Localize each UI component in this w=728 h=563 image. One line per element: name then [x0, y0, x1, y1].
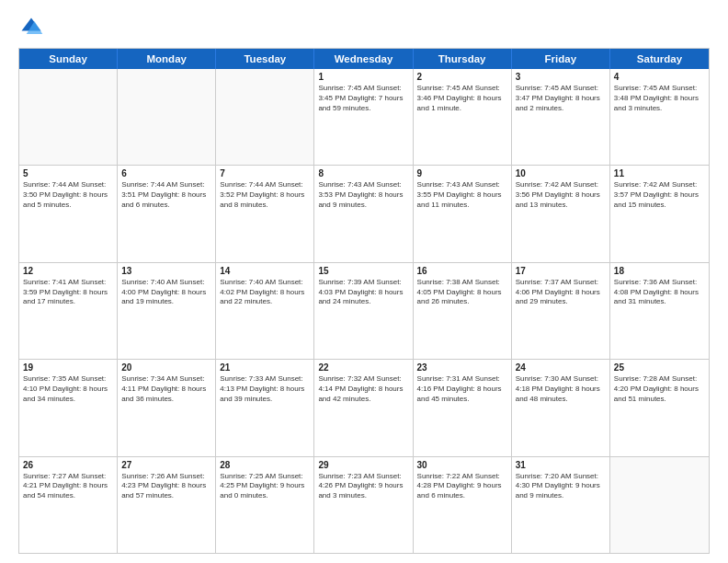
calendar-header-tuesday: Tuesday	[216, 49, 314, 69]
cell-content: Sunrise: 7:43 AM Sunset: 3:55 PM Dayligh…	[417, 180, 507, 210]
header	[18, 15, 710, 40]
calendar-cell: 30Sunrise: 7:22 AM Sunset: 4:28 PM Dayli…	[414, 457, 512, 553]
day-number: 23	[417, 362, 507, 373]
calendar-cell	[118, 69, 216, 165]
calendar-cell: 17Sunrise: 7:37 AM Sunset: 4:06 PM Dayli…	[512, 263, 610, 359]
calendar-cell: 23Sunrise: 7:31 AM Sunset: 4:16 PM Dayli…	[414, 360, 512, 455]
day-number: 17	[516, 266, 606, 276]
day-number: 12	[23, 266, 113, 276]
day-number: 28	[220, 460, 310, 470]
cell-content: Sunrise: 7:22 AM Sunset: 4:28 PM Dayligh…	[417, 472, 507, 501]
cell-content: Sunrise: 7:20 AM Sunset: 4:30 PM Dayligh…	[516, 472, 606, 501]
cell-content: Sunrise: 7:28 AM Sunset: 4:20 PM Dayligh…	[614, 374, 705, 404]
cell-content: Sunrise: 7:32 AM Sunset: 4:14 PM Dayligh…	[318, 374, 408, 404]
day-number: 20	[121, 362, 211, 373]
calendar-week-1: 1Sunrise: 7:45 AM Sunset: 3:45 PM Daylig…	[19, 69, 709, 166]
calendar-cell: 4Sunrise: 7:45 AM Sunset: 3:48 PM Daylig…	[610, 69, 709, 165]
day-number: 1	[318, 72, 408, 82]
cell-content: Sunrise: 7:43 AM Sunset: 3:53 PM Dayligh…	[318, 180, 408, 210]
day-number: 2	[417, 72, 507, 82]
cell-content: Sunrise: 7:44 AM Sunset: 3:52 PM Dayligh…	[220, 180, 310, 210]
calendar-header: SundayMondayTuesdayWednesdayThursdayFrid…	[19, 49, 709, 69]
calendar-cell: 20Sunrise: 7:34 AM Sunset: 4:11 PM Dayli…	[118, 360, 216, 455]
calendar-cell	[216, 69, 314, 165]
logo-icon	[18, 15, 44, 40]
calendar-cell: 28Sunrise: 7:25 AM Sunset: 4:25 PM Dayli…	[216, 457, 314, 553]
day-number: 22	[318, 362, 408, 373]
calendar-week-5: 26Sunrise: 7:27 AM Sunset: 4:21 PM Dayli…	[19, 457, 709, 553]
day-number: 6	[121, 168, 211, 178]
calendar-cell: 21Sunrise: 7:33 AM Sunset: 4:13 PM Dayli…	[216, 360, 314, 455]
day-number: 27	[121, 460, 211, 470]
calendar-header-saturday: Saturday	[610, 49, 709, 69]
day-number: 11	[614, 168, 705, 178]
calendar-cell: 5Sunrise: 7:44 AM Sunset: 3:50 PM Daylig…	[19, 166, 118, 261]
cell-content: Sunrise: 7:31 AM Sunset: 4:16 PM Dayligh…	[417, 374, 507, 404]
calendar-header-monday: Monday	[118, 49, 216, 69]
cell-content: Sunrise: 7:37 AM Sunset: 4:06 PM Dayligh…	[516, 278, 606, 307]
cell-content: Sunrise: 7:45 AM Sunset: 3:48 PM Dayligh…	[614, 84, 705, 113]
calendar-cell: 19Sunrise: 7:35 AM Sunset: 4:10 PM Dayli…	[19, 360, 118, 455]
day-number: 29	[318, 460, 408, 470]
cell-content: Sunrise: 7:26 AM Sunset: 4:23 PM Dayligh…	[121, 472, 211, 501]
cell-content: Sunrise: 7:45 AM Sunset: 3:47 PM Dayligh…	[516, 84, 606, 113]
cell-content: Sunrise: 7:45 AM Sunset: 3:46 PM Dayligh…	[417, 84, 507, 113]
cell-content: Sunrise: 7:40 AM Sunset: 4:00 PM Dayligh…	[121, 278, 211, 307]
day-number: 14	[220, 266, 310, 276]
day-number: 26	[23, 460, 113, 470]
day-number: 7	[220, 168, 310, 178]
day-number: 31	[516, 460, 606, 470]
calendar-cell	[19, 69, 118, 165]
calendar-cell: 8Sunrise: 7:43 AM Sunset: 3:53 PM Daylig…	[314, 166, 413, 261]
calendar-week-4: 19Sunrise: 7:35 AM Sunset: 4:10 PM Dayli…	[19, 360, 709, 456]
cell-content: Sunrise: 7:44 AM Sunset: 3:50 PM Dayligh…	[23, 180, 113, 210]
calendar-cell: 6Sunrise: 7:44 AM Sunset: 3:51 PM Daylig…	[118, 166, 216, 261]
calendar-cell: 1Sunrise: 7:45 AM Sunset: 3:45 PM Daylig…	[314, 69, 413, 165]
day-number: 24	[516, 362, 606, 373]
cell-content: Sunrise: 7:39 AM Sunset: 4:03 PM Dayligh…	[318, 278, 408, 307]
day-number: 16	[417, 266, 507, 276]
day-number: 3	[516, 72, 606, 82]
cell-content: Sunrise: 7:45 AM Sunset: 3:45 PM Dayligh…	[318, 84, 408, 113]
day-number: 8	[318, 168, 408, 178]
calendar-cell: 2Sunrise: 7:45 AM Sunset: 3:46 PM Daylig…	[414, 69, 512, 165]
page: SundayMondayTuesdayWednesdayThursdayFrid…	[0, 0, 728, 563]
cell-content: Sunrise: 7:35 AM Sunset: 4:10 PM Dayligh…	[23, 374, 113, 404]
cell-content: Sunrise: 7:41 AM Sunset: 3:59 PM Dayligh…	[23, 278, 113, 307]
day-number: 30	[417, 460, 507, 470]
cell-content: Sunrise: 7:44 AM Sunset: 3:51 PM Dayligh…	[121, 180, 211, 210]
calendar-cell: 11Sunrise: 7:42 AM Sunset: 3:57 PM Dayli…	[610, 166, 709, 261]
day-number: 5	[23, 168, 113, 178]
cell-content: Sunrise: 7:27 AM Sunset: 4:21 PM Dayligh…	[23, 472, 113, 501]
calendar-cell: 31Sunrise: 7:20 AM Sunset: 4:30 PM Dayli…	[512, 457, 610, 553]
calendar-cell: 27Sunrise: 7:26 AM Sunset: 4:23 PM Dayli…	[118, 457, 216, 553]
calendar-body: 1Sunrise: 7:45 AM Sunset: 3:45 PM Daylig…	[19, 69, 709, 553]
cell-content: Sunrise: 7:25 AM Sunset: 4:25 PM Dayligh…	[220, 472, 310, 501]
day-number: 4	[614, 72, 705, 82]
cell-content: Sunrise: 7:40 AM Sunset: 4:02 PM Dayligh…	[220, 278, 310, 307]
calendar-cell: 13Sunrise: 7:40 AM Sunset: 4:00 PM Dayli…	[118, 263, 216, 359]
calendar-cell: 29Sunrise: 7:23 AM Sunset: 4:26 PM Dayli…	[314, 457, 413, 553]
calendar-header-friday: Friday	[512, 49, 610, 69]
calendar-cell: 10Sunrise: 7:42 AM Sunset: 3:56 PM Dayli…	[512, 166, 610, 261]
day-number: 21	[220, 362, 310, 373]
calendar-cell: 7Sunrise: 7:44 AM Sunset: 3:52 PM Daylig…	[216, 166, 314, 261]
cell-content: Sunrise: 7:36 AM Sunset: 4:08 PM Dayligh…	[614, 278, 705, 307]
calendar-week-3: 12Sunrise: 7:41 AM Sunset: 3:59 PM Dayli…	[19, 263, 709, 360]
day-number: 13	[121, 266, 211, 276]
calendar-header-sunday: Sunday	[19, 49, 118, 69]
day-number: 19	[23, 362, 113, 373]
cell-content: Sunrise: 7:42 AM Sunset: 3:57 PM Dayligh…	[614, 180, 705, 210]
day-number: 18	[614, 266, 705, 276]
calendar-cell: 14Sunrise: 7:40 AM Sunset: 4:02 PM Dayli…	[216, 263, 314, 359]
calendar-header-wednesday: Wednesday	[314, 49, 413, 69]
calendar-cell: 22Sunrise: 7:32 AM Sunset: 4:14 PM Dayli…	[314, 360, 413, 455]
logo	[18, 15, 48, 40]
calendar-cell: 3Sunrise: 7:45 AM Sunset: 3:47 PM Daylig…	[512, 69, 610, 165]
calendar-cell: 16Sunrise: 7:38 AM Sunset: 4:05 PM Dayli…	[414, 263, 512, 359]
calendar-cell: 15Sunrise: 7:39 AM Sunset: 4:03 PM Dayli…	[314, 263, 413, 359]
cell-content: Sunrise: 7:23 AM Sunset: 4:26 PM Dayligh…	[318, 472, 408, 501]
calendar-cell: 26Sunrise: 7:27 AM Sunset: 4:21 PM Dayli…	[19, 457, 118, 553]
calendar-cell: 24Sunrise: 7:30 AM Sunset: 4:18 PM Dayli…	[512, 360, 610, 455]
day-number: 15	[318, 266, 408, 276]
